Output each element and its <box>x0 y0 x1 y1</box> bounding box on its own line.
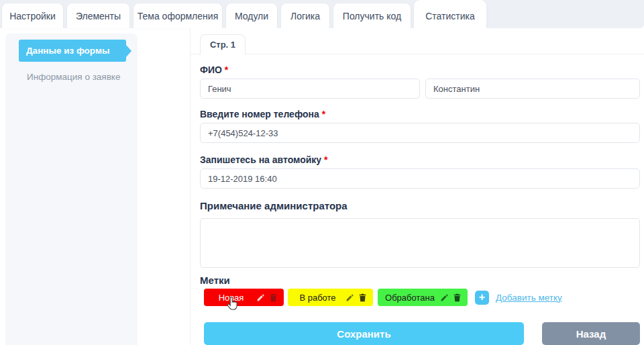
delete-tag-icon[interactable] <box>358 293 367 302</box>
fio-label: ФИО * <box>200 64 640 75</box>
add-tag-link[interactable]: Добавить метку <box>496 293 562 303</box>
required-asterisk: * <box>324 154 327 165</box>
admin-note-textarea[interactable] <box>200 218 640 268</box>
sidebar-item-request-info[interactable]: Информация о заявке <box>19 72 126 82</box>
tab-statistics[interactable]: Статистика <box>414 0 486 32</box>
sidebar-item-label: Данные из формы <box>26 46 109 56</box>
tag-processed[interactable]: Обработана <box>378 289 468 306</box>
save-button[interactable]: Сохранить <box>204 322 524 345</box>
tags-row: Новая В работе Обработана <box>200 289 640 306</box>
fio-inputs-row <box>200 79 640 99</box>
admin-note-label: Примечание администратора <box>200 200 640 211</box>
tags-title: Метки <box>200 275 640 286</box>
tab-get-code[interactable]: Получить код <box>333 3 411 28</box>
tab-modules[interactable]: Модули <box>225 3 278 28</box>
tab-settings[interactable]: Настройки <box>1 3 64 28</box>
sidebar-item-label: Информация о заявке <box>27 72 120 82</box>
back-button[interactable]: Назад <box>542 322 640 345</box>
main-tab-bar: Настройки Элементы Тема оформления Модул… <box>0 0 644 28</box>
required-asterisk: * <box>225 64 228 75</box>
carwash-label: Запишетесь на автомойку * <box>200 154 640 165</box>
tab-theme[interactable]: Тема оформления <box>133 3 223 28</box>
tag-label: Обработана <box>384 293 436 303</box>
action-buttons-row: Сохранить Назад <box>200 322 640 345</box>
edit-tag-icon[interactable] <box>256 293 265 302</box>
tag-label: Новая <box>210 293 252 303</box>
first-name-input[interactable] <box>425 79 640 99</box>
phone-input[interactable] <box>200 123 640 143</box>
edit-tag-icon[interactable] <box>345 293 354 302</box>
add-tag-button[interactable]: + <box>475 291 489 305</box>
tag-new[interactable]: Новая <box>204 289 284 306</box>
tab-elements[interactable]: Элементы <box>66 3 130 28</box>
plus-icon: + <box>479 292 485 303</box>
tab-page-1[interactable]: Стр. 1 <box>200 34 246 55</box>
page-tab-row: Стр. 1 <box>191 28 644 54</box>
carwash-datetime-input[interactable] <box>200 168 640 189</box>
required-asterisk: * <box>322 109 325 119</box>
sidebar-item-form-data[interactable]: Данные из формы <box>19 40 126 62</box>
delete-tag-icon[interactable] <box>269 293 278 302</box>
statistics-sidebar: Данные из формы Информация о заявке <box>5 34 138 345</box>
form-data-panel: Стр. 1 ФИО * Введите номер телефона * За… <box>190 28 644 345</box>
tag-in-progress[interactable]: В работе <box>288 289 373 306</box>
tag-label: В работе <box>294 293 341 303</box>
edit-tag-icon[interactable] <box>440 293 449 302</box>
last-name-input[interactable] <box>200 79 420 99</box>
tab-logic[interactable]: Логика <box>280 3 330 28</box>
phone-label: Введите номер телефона * <box>200 109 640 119</box>
submission-form: ФИО * Введите номер телефона * Запишетес… <box>191 64 644 345</box>
delete-tag-icon[interactable] <box>453 293 462 302</box>
